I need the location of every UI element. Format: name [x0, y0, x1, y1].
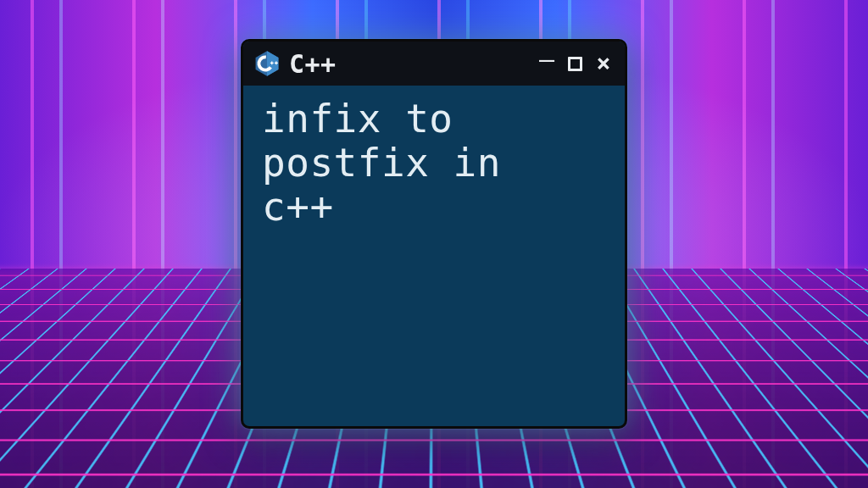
maximize-button[interactable] — [568, 57, 582, 71]
svg-rect-6 — [275, 62, 276, 65]
minimize-button[interactable]: – — [536, 48, 558, 70]
window-title: C++ — [289, 49, 337, 79]
cpp-logo-icon — [253, 50, 281, 77]
content-text: infix to postfix in c++ — [262, 97, 606, 229]
window-content: infix to postfix in c++ — [243, 86, 625, 426]
app-window: C++ – × infix to postfix in c++ — [241, 39, 627, 429]
close-button[interactable]: × — [593, 53, 615, 75]
window-controls: – × — [536, 53, 615, 75]
titlebar: C++ – × — [243, 42, 625, 86]
svg-rect-4 — [271, 62, 272, 65]
